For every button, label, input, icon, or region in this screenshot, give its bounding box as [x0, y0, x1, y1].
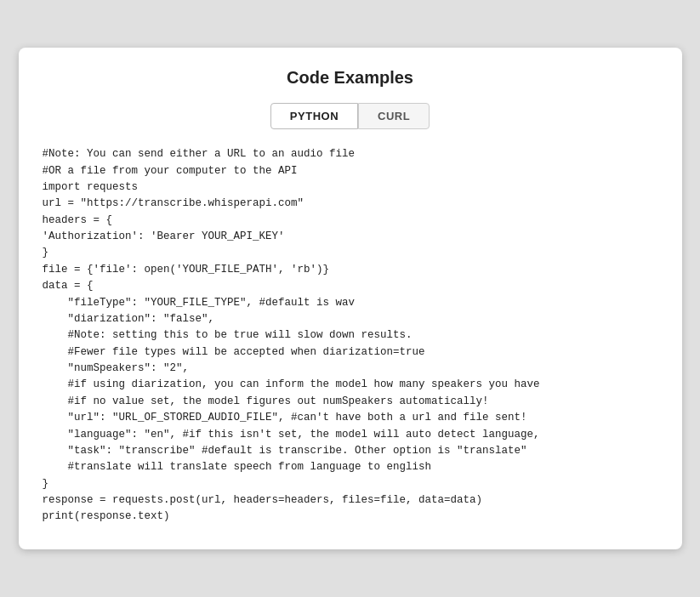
tab-python[interactable]: PYTHON	[270, 103, 358, 129]
tabs-container: PYTHON CURL	[43, 103, 658, 129]
tab-curl[interactable]: CURL	[358, 103, 430, 129]
card-title: Code Examples	[43, 68, 658, 88]
code-examples-card: Code Examples PYTHON CURL #Note: You can…	[19, 48, 682, 549]
code-display: #Note: You can send either a URL to an a…	[43, 146, 658, 526]
